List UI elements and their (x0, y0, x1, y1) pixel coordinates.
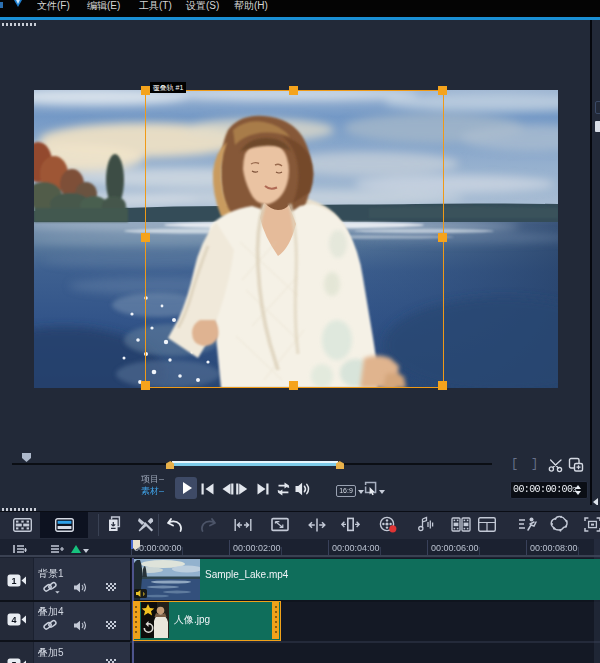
svg-text:4: 4 (11, 615, 16, 625)
svg-text:1: 1 (11, 576, 16, 586)
